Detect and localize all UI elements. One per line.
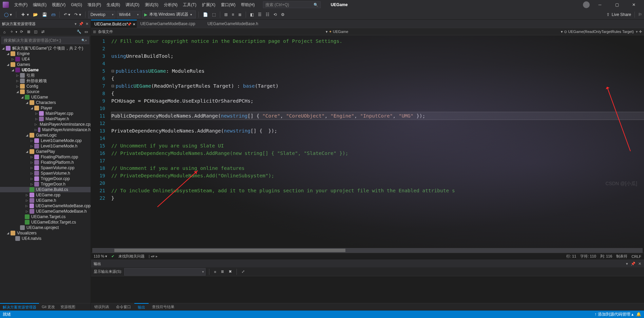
tree-node-uegame[interactable]: ◢UEGame — [0, 67, 91, 73]
tree-node-refs[interactable]: ▷引用 — [0, 73, 91, 78]
tree-node-mp_h[interactable]: ▷MainPlayer.h — [0, 116, 91, 122]
twisty-icon[interactable]: ▷ — [16, 85, 19, 88]
twisty-icon[interactable]: ◢ — [25, 134, 29, 137]
tree-node-mpa_cpp[interactable]: ▷MainPlayerAnimInstance.cpp — [0, 122, 91, 127]
se-wrench-icon[interactable]: 🔧 — [76, 29, 82, 35]
twisty-icon[interactable]: ▷ — [25, 199, 29, 202]
twisty-icon[interactable]: ◢ — [25, 101, 29, 104]
tb-icon-8[interactable]: ☷ — [264, 12, 271, 18]
menu-item[interactable]: 文件(F) — [12, 1, 30, 9]
global-search-input[interactable]: 搜索 (Ctrl+Q) 🔍 — [263, 1, 321, 8]
tab-git-changes[interactable]: Git 更改 — [39, 303, 58, 311]
se-icon-6[interactable]: ⇄ — [40, 29, 46, 35]
se-icon-3[interactable]: ⟳ — [18, 29, 24, 35]
panel-pin-icon[interactable]: 📌 — [79, 22, 83, 26]
tree-node-mpa_h[interactable]: ▷MainPlayerAnimInstance.h — [0, 127, 91, 132]
undo-button[interactable]: ↶ ▾ — [62, 12, 72, 18]
tb-icon-1[interactable]: 📄 — [202, 12, 209, 18]
se-icon-2[interactable]: ✧ — [8, 29, 15, 35]
tb-icon-10[interactable]: ⚙ — [280, 12, 286, 18]
code-editor[interactable]: 12345678910111213141516171819202122 // F… — [91, 35, 644, 248]
tb-icon-6[interactable]: ◧ — [249, 12, 255, 18]
window-close-button[interactable]: ✕ — [627, 0, 641, 9]
tree-node-config[interactable]: ▷Config — [0, 84, 91, 89]
twisty-icon[interactable]: ▷ — [30, 182, 33, 186]
code-content[interactable]: // Fill out your copyright notice in the… — [108, 35, 644, 248]
twisty-icon[interactable]: ▷ — [30, 172, 33, 175]
user-avatar[interactable] — [583, 1, 590, 8]
save-all-button[interactable]: 🗃 — [50, 12, 57, 18]
twisty-icon[interactable]: ▷ — [11, 57, 14, 61]
tree-node-gmbase_cpp[interactable]: ▷UEGameGameModeBase.cpp — [0, 203, 91, 209]
tree-node-fp_h[interactable]: ▷FloatingPlatform.h — [0, 160, 91, 165]
tree-node-l1_h[interactable]: ▷Level1GameMode.h — [0, 143, 91, 149]
tab-output[interactable]: 输出 — [134, 303, 149, 311]
solution-search-input[interactable]: 搜索解决方案资源管理器(Ctrl+;) 🔍▾ — [1, 37, 89, 44]
menu-item[interactable]: 工具(T) — [180, 1, 199, 9]
status-notifications-icon[interactable]: 🔔 — [636, 312, 641, 317]
solution-tree[interactable]: ◢解决方案"UEGame"(2 个项目，共 2 个)◢Engine▷UE4◢Ga… — [0, 45, 91, 303]
tree-node-natvis[interactable]: UE4.natvis — [0, 236, 91, 241]
menu-item[interactable]: 测试(S) — [142, 1, 161, 9]
tb-icon-9[interactable]: ⟲ — [272, 12, 278, 18]
tree-root[interactable]: ◢解决方案"UEGame"(2 个项目，共 2 个) — [0, 46, 91, 51]
document-tab[interactable]: UEGame.Build.cs*📌✕ — [91, 20, 137, 28]
tb-icon-2[interactable]: ⬚ — [211, 12, 217, 18]
tab-solution-explorer[interactable]: 解决方案资源管理器 — [0, 303, 39, 311]
tree-node-mp_cpp[interactable]: ▷MainPlayer.cpp — [0, 111, 91, 116]
tree-node-editor_target_cs[interactable]: UEGameEditor.Target.cs — [0, 219, 91, 225]
se-home-icon[interactable]: ⌂ — [1, 29, 7, 35]
menu-item[interactable]: 窗口(W) — [218, 1, 238, 9]
twisty-icon[interactable]: ▷ — [30, 161, 33, 164]
tree-node-visualizers[interactable]: ◢Visualizers — [0, 230, 91, 236]
twisty-icon[interactable]: ▷ — [30, 177, 33, 180]
tree-node-characters[interactable]: ◢Characters — [0, 100, 91, 105]
twisty-icon[interactable]: ▷ — [35, 117, 38, 121]
twisty-icon[interactable]: ▷ — [35, 112, 38, 115]
tree-node-target_cs[interactable]: UEGame.Target.cs — [0, 214, 91, 219]
tree-node-uproject[interactable]: UEGame.uproject — [0, 225, 91, 230]
close-icon[interactable]: ✕ — [133, 22, 135, 26]
output-body[interactable] — [91, 276, 644, 303]
out-btn-3[interactable]: ✖ — [227, 269, 233, 275]
tree-node-gameplay[interactable]: ◢GamePlay — [0, 149, 91, 154]
twisty-icon[interactable]: ◢ — [30, 106, 33, 110]
twisty-icon[interactable]: ◢ — [11, 68, 14, 72]
add-to-source-control[interactable]: ↑ 添加到源代码管理 ▴ — [594, 312, 633, 317]
out-btn-4[interactable]: ⤢ — [240, 269, 246, 275]
pin-icon[interactable]: 📌 — [127, 22, 131, 26]
menu-item[interactable]: 帮助(H) — [238, 1, 258, 9]
tree-node-uegame_cpp[interactable]: ▷UEGame.cpp — [0, 192, 91, 198]
tree-node-gmbase_h[interactable]: ▷UEGameGameModeBase.h — [0, 209, 91, 214]
twisty-icon[interactable]: ▷ — [35, 128, 37, 131]
tab-command-window[interactable]: 命令窗口 — [113, 303, 134, 311]
window-maximize-button[interactable]: ▢ — [610, 0, 624, 9]
menu-item[interactable]: 项目(P) — [85, 1, 104, 9]
twisty-icon[interactable]: ▷ — [30, 166, 33, 170]
tb-icon-3[interactable]: ⊞ — [223, 12, 229, 18]
tree-node-l1_cpp[interactable]: ▷Level1GameMode.cpp — [0, 138, 91, 143]
out-pin-icon[interactable]: 📌 — [631, 262, 636, 266]
tree-node-fp_cpp[interactable]: ▷FloatingPlatform.cpp — [0, 154, 91, 160]
save-button[interactable]: 💾 — [41, 12, 49, 18]
tb-icon-5[interactable]: ≣ — [237, 12, 243, 18]
crumb-misc[interactable]: 杂项文件 — [98, 29, 113, 34]
redo-button[interactable]: ↷ ▾ — [73, 12, 82, 18]
menu-item[interactable]: 分析(N) — [161, 1, 181, 9]
line-endings[interactable]: CRLF — [631, 254, 641, 259]
tab-find-symbol[interactable]: 查找符号结果 — [149, 303, 178, 311]
tree-node-sv_cpp[interactable]: ▷SpawnVolume.cpp — [0, 165, 91, 171]
editor-horizontal-scrollbar[interactable] — [92, 248, 643, 253]
menu-item[interactable]: 视图(V) — [49, 1, 68, 9]
twisty-icon[interactable]: ▷ — [35, 123, 37, 126]
se-icon-5[interactable]: ◫ — [33, 29, 39, 35]
menu-item[interactable]: 生成(B) — [104, 1, 123, 9]
twisty-icon[interactable]: ▷ — [25, 193, 29, 197]
zoom-level[interactable]: 110 % ▾ — [94, 254, 107, 259]
tree-node-build_cs[interactable]: UEGame.Build.cs — [0, 187, 91, 192]
start-debug-button[interactable]: ▶ 本地 Windows 调试器▾ — [142, 11, 196, 18]
twisty-icon[interactable]: ◢ — [25, 150, 29, 153]
menu-item[interactable]: 编辑(E) — [30, 1, 49, 9]
tree-node-src_uegame[interactable]: ◢UEGame — [0, 94, 91, 100]
crumb-method[interactable]: UEGame(ReadOnlyTargetRules Target) — [568, 30, 634, 34]
